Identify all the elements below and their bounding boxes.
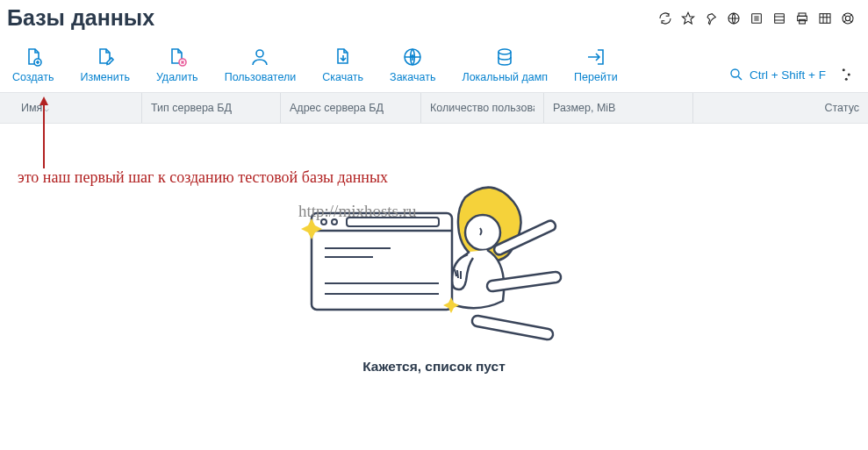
goto-button[interactable]: Перейти (574, 46, 618, 83)
svg-rect-22 (312, 213, 452, 310)
download-icon (333, 46, 354, 68)
delete-icon (167, 46, 188, 68)
svg-rect-6 (800, 19, 806, 24)
action-label: Закачать (390, 71, 435, 83)
action-label: Удалить (156, 71, 198, 83)
watermark: http://mixhosts.ru (298, 202, 417, 221)
edit-button[interactable]: Изменить (81, 46, 130, 83)
toolbar-actions: Создать Изменить Удалить Пользователи Ск (12, 46, 618, 83)
print-icon[interactable] (794, 11, 810, 26)
refresh-icon[interactable] (657, 11, 673, 26)
users-button[interactable]: Пользователи (225, 46, 297, 83)
column-size[interactable]: Размер, MiB (544, 93, 693, 123)
empty-illustration (276, 171, 592, 346)
download-button[interactable]: Скачать (322, 46, 363, 83)
svg-point-14 (499, 49, 511, 54)
column-status[interactable]: Статус (693, 93, 868, 123)
svg-point-16 (843, 68, 845, 71)
action-label: Пользователи (225, 71, 297, 83)
create-button[interactable]: Создать (12, 46, 54, 83)
svg-point-18 (845, 78, 848, 81)
svg-point-9 (845, 16, 850, 20)
empty-state: Кажется, список пуст (0, 171, 868, 375)
empty-caption: Кажется, список пуст (362, 359, 506, 375)
column-name[interactable]: Имя ⌵ (0, 93, 142, 123)
toolbar-right: Ctrl + Shift + F (728, 66, 856, 83)
action-label: Перейти (574, 71, 618, 83)
upload-icon (402, 46, 423, 68)
column-users[interactable]: Количество пользователей (421, 93, 544, 123)
toolbar: Создать Изменить Удалить Пользователи Ск (0, 39, 868, 92)
help-icon[interactable] (840, 11, 856, 26)
svg-rect-3 (775, 13, 785, 23)
search-shortcut[interactable]: Ctrl + Shift + F (728, 67, 826, 82)
users-icon (249, 46, 270, 68)
localdump-button[interactable]: Локальный дамп (462, 46, 548, 83)
annotation-text: это наш первый шаг к созданию тестовой б… (18, 168, 388, 187)
edit-icon (95, 46, 116, 68)
goto-icon (585, 46, 606, 68)
page-title: Базы данных (7, 5, 154, 31)
svg-point-12 (256, 50, 263, 57)
action-label: Скачать (322, 71, 363, 83)
action-label: Локальный дамп (462, 71, 548, 83)
svg-point-17 (848, 74, 850, 76)
action-label: Создать (12, 71, 54, 83)
filter-icon (839, 67, 855, 82)
create-icon (23, 46, 44, 68)
table-icon[interactable] (817, 11, 833, 26)
delete-button[interactable]: Удалить (156, 46, 198, 83)
svg-rect-7 (820, 13, 830, 23)
svg-point-15 (731, 69, 739, 77)
globe-icon[interactable] (726, 11, 742, 26)
table-header: Имя ⌵ Тип сервера БД Адрес сервера БД Ко… (0, 92, 868, 124)
svg-point-21 (465, 215, 500, 250)
pin-icon[interactable] (703, 11, 719, 26)
list2-icon[interactable] (771, 11, 787, 26)
filter-button[interactable] (838, 66, 856, 83)
page-header: Базы данных (0, 0, 868, 39)
column-addr[interactable]: Адрес сервера БД (281, 93, 421, 123)
upload-button[interactable]: Закачать (390, 46, 435, 83)
column-type[interactable]: Тип сервера БД (142, 93, 281, 123)
star-icon[interactable] (680, 11, 696, 26)
chevron-down-icon: ⌵ (44, 104, 49, 113)
list1-icon[interactable] (749, 11, 764, 26)
localdump-icon (494, 46, 515, 68)
svg-marker-0 (682, 12, 693, 24)
action-label: Изменить (81, 71, 130, 83)
header-icon-bar (657, 11, 856, 26)
search-hint-text: Ctrl + Shift + F (750, 68, 826, 82)
search-icon (728, 67, 744, 82)
